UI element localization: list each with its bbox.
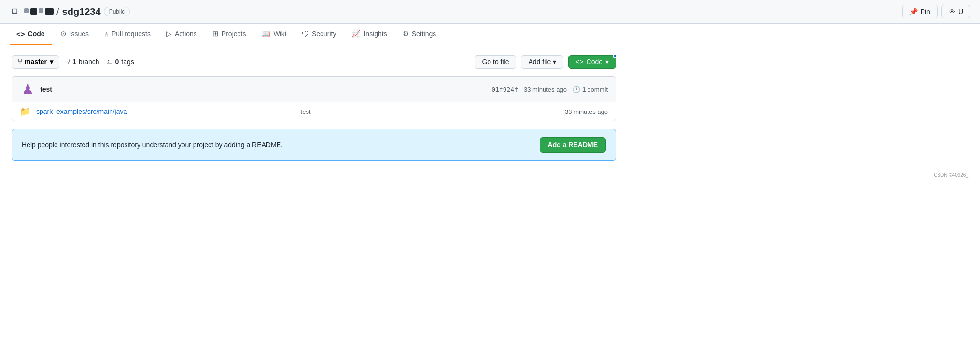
eye-icon: 👁: [949, 8, 955, 15]
tab-security-label: Security: [312, 30, 336, 38]
block2: [30, 8, 37, 15]
commit-time: 33 minutes ago: [524, 86, 567, 93]
tab-code-label: Code: [28, 30, 45, 38]
branch-label: branch: [79, 58, 99, 66]
branch-count: 1: [72, 58, 76, 66]
code-tab-icon: <>: [16, 30, 25, 38]
commit-history-link[interactable]: 🕐 1 commit: [573, 86, 608, 93]
tab-insights[interactable]: 📈 Insights: [345, 24, 393, 45]
pin-label: Pin: [921, 8, 930, 15]
code-button-notification-dot: [613, 54, 617, 58]
add-file-chevron-icon: ▾: [553, 58, 556, 66]
commit-label: commit: [588, 86, 608, 93]
visibility-badge: Public: [104, 7, 130, 16]
go-to-file-button[interactable]: Go to file: [475, 55, 516, 69]
code-button[interactable]: <> Code ▾: [568, 55, 616, 69]
tab-code[interactable]: <> Code: [10, 24, 52, 45]
tab-issues[interactable]: ⊙ Issues: [54, 24, 96, 45]
branch-name: master: [25, 58, 47, 66]
code-button-icon: <>: [575, 58, 583, 66]
branch-info: ⑂ 1 branch 🏷 0 tags: [66, 58, 134, 66]
page-header: 🖥 / sdg1234 Public 📌 Pin 👁 U: [0, 0, 980, 24]
tab-actions[interactable]: ▷ Actions: [159, 24, 204, 45]
file-table: ♟ test 01f924f 33 minutes ago 🕐 1 commit…: [12, 76, 616, 121]
repo-icon: 🖥: [10, 7, 18, 17]
chevron-down-icon: ▾: [50, 58, 53, 66]
avatar-icon: ♟: [22, 82, 34, 98]
table-row: 📁 spark_examples/src/main/java test 33 m…: [12, 102, 616, 121]
branch-icon: ⑂: [66, 58, 70, 66]
block1: [24, 8, 29, 13]
repo-path: / sdg1234 Public: [24, 6, 130, 17]
add-readme-button[interactable]: Add a README: [540, 137, 606, 153]
tab-actions-label: Actions: [175, 30, 197, 38]
file-name-link[interactable]: spark_examples/src/main/java: [36, 108, 295, 115]
pin-icon: 📌: [910, 8, 918, 15]
tab-pull-requests[interactable]: ⑃ Pull requests: [98, 24, 157, 45]
main-content: ⑂ master ▾ ⑂ 1 branch 🏷 0 tags Go to fil…: [0, 45, 628, 170]
wiki-tab-icon: 📖: [261, 29, 270, 38]
header-actions: 📌 Pin 👁 U: [902, 5, 970, 18]
code-button-label: Code: [587, 58, 602, 66]
branch-count-link[interactable]: ⑂ 1 branch: [66, 58, 99, 66]
folder-icon: 📁: [20, 106, 30, 117]
add-file-label: Add file: [528, 58, 551, 66]
watch-label: U: [958, 8, 963, 15]
commit-row: ♟ test 01f924f 33 minutes ago 🕐 1 commit: [12, 77, 616, 102]
tab-settings-label: Settings: [412, 30, 436, 38]
branch-selector[interactable]: ⑂ master ▾: [12, 55, 59, 69]
actions-tab-icon: ▷: [166, 29, 172, 38]
commit-message[interactable]: test: [40, 85, 487, 93]
projects-tab-icon: ⊞: [212, 29, 219, 38]
commit-avatar: ♟: [20, 82, 35, 97]
history-icon: 🕐: [573, 86, 580, 93]
tab-wiki-label: Wiki: [273, 30, 286, 38]
issues-tab-icon: ⊙: [60, 29, 67, 38]
commit-hash[interactable]: 01f924f: [491, 86, 518, 93]
tab-pr-label: Pull requests: [112, 30, 151, 38]
tag-count-link[interactable]: 🏷 0 tags: [106, 58, 134, 66]
tag-label: tags: [121, 58, 134, 66]
path-separator: /: [56, 6, 59, 17]
tab-projects-label: Projects: [222, 30, 246, 38]
block3: [39, 8, 43, 13]
repo-name[interactable]: sdg1234: [62, 6, 101, 17]
file-time: 33 minutes ago: [565, 108, 608, 115]
security-tab-icon: 🛡: [302, 30, 309, 38]
tag-icon: 🏷: [106, 58, 113, 66]
go-to-file-label: Go to file: [482, 58, 509, 66]
toolbar-right: Go to file Add file ▾ <> Code ▾: [475, 55, 616, 69]
settings-tab-icon: ⚙: [403, 29, 409, 38]
watch-button[interactable]: 👁 U: [941, 5, 970, 18]
add-file-button[interactable]: Add file ▾: [521, 55, 563, 69]
tab-settings[interactable]: ⚙ Settings: [396, 24, 443, 45]
tag-count: 0: [115, 58, 119, 66]
commit-meta: 01f924f 33 minutes ago 🕐 1 commit: [491, 86, 608, 93]
block4: [45, 8, 54, 15]
nav-tabs: <> Code ⊙ Issues ⑃ Pull requests ▷ Actio…: [0, 24, 980, 45]
tab-wiki[interactable]: 📖 Wiki: [254, 24, 293, 45]
pr-tab-icon: ⑃: [104, 30, 109, 38]
file-commit-msg: test: [301, 108, 560, 115]
tab-issues-label: Issues: [70, 30, 89, 38]
tab-projects[interactable]: ⊞ Projects: [206, 24, 253, 45]
watermark: CSDN ©40926_: [0, 170, 980, 180]
toolbar: ⑂ master ▾ ⑂ 1 branch 🏷 0 tags Go to fil…: [12, 55, 616, 69]
insights-tab-icon: 📈: [351, 29, 361, 38]
readme-banner: Help people interested in this repositor…: [12, 129, 616, 161]
code-button-chevron-icon: ▾: [605, 58, 609, 66]
pin-button[interactable]: 📌 Pin: [902, 5, 938, 18]
branch-selector-icon: ⑂: [18, 58, 22, 66]
tab-security[interactable]: 🛡 Security: [295, 24, 343, 45]
tab-insights-label: Insights: [364, 30, 387, 38]
owner-avatar-blocks: [24, 8, 54, 15]
readme-banner-text: Help people interested in this repositor…: [22, 141, 283, 149]
commit-count: 1: [582, 86, 586, 93]
repo-owner: [24, 8, 54, 15]
